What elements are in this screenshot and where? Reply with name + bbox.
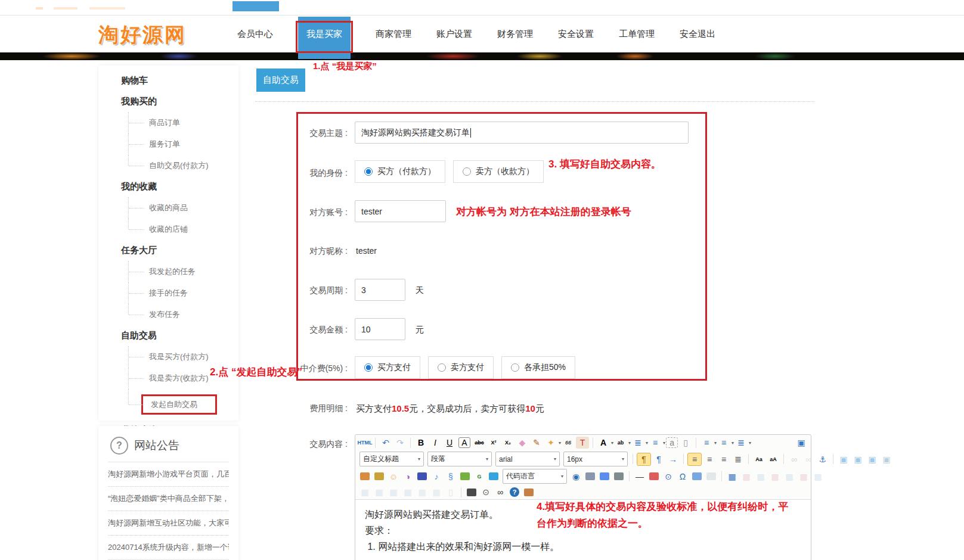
sidebar-item[interactable]: 发起自助交易: [98, 389, 238, 420]
format-brush-icon[interactable]: ✎: [530, 437, 543, 449]
insert-table-icon[interactable]: ▦: [726, 471, 739, 483]
font-box-icon[interactable]: A: [458, 437, 470, 448]
paragraph-space-icon[interactable]: ≡: [717, 437, 730, 449]
highlight-color-icon[interactable]: ab: [614, 437, 627, 449]
nav-item-4[interactable]: 账户设置: [436, 29, 472, 40]
account-input[interactable]: tester: [355, 200, 446, 222]
announcement-item-2[interactable]: “泡妞恋爱婚姻”类中商品全部下架，...: [108, 487, 229, 511]
nav-item-2[interactable]: 我是买家: [298, 17, 351, 59]
rtl-paragraph-icon[interactable]: ¶: [652, 453, 665, 465]
paint-icon[interactable]: ◑: [401, 471, 414, 483]
align-center-icon[interactable]: ≡: [703, 453, 716, 465]
site-logo[interactable]: 淘好源网: [98, 21, 187, 49]
sidebar-section-4[interactable]: 任务大厅: [98, 240, 238, 261]
sidebar-item[interactable]: 商品订单: [98, 112, 238, 133]
code-language-select[interactable]: 代码语言▾: [503, 469, 567, 484]
fullscreen-icon[interactable]: ▣: [795, 437, 808, 449]
search-icon[interactable]: ∞: [494, 486, 507, 498]
heading-select[interactable]: 自定义标题▾: [359, 452, 424, 466]
blockquote-icon[interactable]: 66: [562, 437, 575, 449]
image-align-none-icon[interactable]: ▣: [880, 453, 893, 465]
identity-option-1[interactable]: 买方（付款方）: [355, 160, 445, 183]
sidebar-item[interactable]: 我发起的任务: [98, 261, 238, 282]
ltr-paragraph-icon[interactable]: ¶: [637, 453, 651, 466]
help-icon[interactable]: ?: [510, 487, 519, 497]
superscript-icon[interactable]: X²: [487, 437, 500, 449]
align-justify-icon[interactable]: ≣: [731, 453, 745, 465]
sidebar-section-1[interactable]: 购物车: [98, 70, 238, 91]
source-icon[interactable]: HTML: [358, 437, 371, 449]
list-space-icon[interactable]: ≣: [734, 437, 748, 449]
identity-option-2[interactable]: 卖方（收款方）: [453, 160, 544, 183]
special-char-icon[interactable]: Ω: [676, 471, 689, 483]
sidebar-item[interactable]: 自助交易(付款方): [98, 155, 238, 176]
sidebar-item[interactable]: 服务订单: [98, 133, 238, 155]
sidebar-item[interactable]: 接手的任务: [98, 282, 238, 304]
paragraph-select[interactable]: 段落▾: [427, 452, 492, 466]
italic-icon[interactable]: I: [429, 437, 442, 449]
line-height-icon[interactable]: ≡: [700, 437, 713, 449]
subject-input[interactable]: 淘好源网站购买搭建交易订单: [355, 122, 689, 144]
print-icon[interactable]: [467, 489, 476, 496]
html-convert-icon[interactable]: [614, 472, 624, 480]
preview-icon[interactable]: ⊙: [479, 486, 492, 498]
fee-option-1[interactable]: 买方支付: [355, 356, 420, 379]
page-break-icon[interactable]: [585, 472, 595, 480]
amount-input[interactable]: 10: [355, 318, 405, 340]
sidebar-section-5[interactable]: 自助交易: [98, 325, 238, 346]
emoticon-icon[interactable]: ☺: [387, 471, 400, 483]
fee-option-3[interactable]: 各承担50%: [501, 356, 575, 379]
indent-icon[interactable]: →: [667, 453, 680, 465]
nav-item-8[interactable]: 安全退出: [680, 29, 715, 40]
self-trade-tab-button[interactable]: 自助交易: [256, 69, 305, 92]
font-color-icon[interactable]: A: [597, 437, 610, 449]
sidebar-item[interactable]: 我是买方(付款方): [98, 346, 238, 368]
align-left-icon[interactable]: ≡: [687, 453, 702, 466]
clipboard-icon[interactable]: [524, 489, 534, 496]
new-document-icon[interactable]: ▯: [679, 437, 692, 449]
music-icon[interactable]: ♪: [430, 471, 443, 483]
underline-icon[interactable]: U: [443, 437, 456, 449]
fee-option-2[interactable]: 卖方支付: [428, 356, 494, 379]
nav-item-3[interactable]: 商家管理: [376, 29, 411, 40]
horizontal-rule-icon[interactable]: —: [633, 471, 646, 483]
image-align-right-icon[interactable]: ▣: [866, 453, 879, 465]
layout-icon[interactable]: [600, 472, 609, 480]
media-icon[interactable]: [489, 472, 498, 480]
anchor-text-icon[interactable]: a: [666, 437, 678, 448]
unordered-list-icon[interactable]: ≡: [649, 437, 662, 449]
clock-icon[interactable]: ⊙: [662, 471, 675, 483]
sidebar-item[interactable]: 收藏的商品: [98, 197, 238, 219]
nav-item-5[interactable]: 财务管理: [497, 29, 533, 40]
ordered-list-icon[interactable]: ≣: [631, 437, 644, 449]
uppercase-icon[interactable]: Aa: [752, 453, 765, 465]
redo-icon[interactable]: ↷: [393, 437, 407, 449]
subscript-icon[interactable]: X₂: [501, 437, 514, 449]
quick-format-icon[interactable]: ✦: [544, 437, 557, 449]
strikethrough-icon[interactable]: abc: [473, 437, 486, 449]
lowercase-icon[interactable]: aA: [767, 453, 780, 465]
nav-item-6[interactable]: 安全设置: [558, 29, 594, 40]
period-input[interactable]: 3: [355, 279, 405, 301]
sidebar-section-3[interactable]: 我的收藏: [98, 176, 238, 197]
sidebar-item[interactable]: 发布任务: [98, 304, 238, 325]
flash-icon[interactable]: [460, 472, 470, 480]
map-icon[interactable]: G: [473, 471, 486, 483]
align-right-icon[interactable]: ≡: [717, 453, 730, 465]
video-icon[interactable]: [417, 472, 427, 480]
bold-icon[interactable]: B: [414, 437, 427, 449]
anchor-icon[interactable]: ⚓: [816, 453, 829, 465]
upload-image-icon[interactable]: [374, 472, 384, 480]
eraser-icon[interactable]: ◆: [516, 437, 529, 449]
sidebar-item[interactable]: 收藏的店铺: [98, 219, 238, 240]
font-size-select[interactable]: 16px▾: [563, 452, 628, 466]
image-align-center-icon[interactable]: ▣: [851, 453, 864, 465]
insert-image-icon[interactable]: [360, 472, 370, 480]
announcement-item-1[interactable]: 淘好源网新增小游戏平台页面，几百种...: [108, 462, 229, 487]
nav-item-1[interactable]: 会员中心: [237, 29, 273, 40]
nav-item-7[interactable]: 工单管理: [619, 29, 655, 40]
announcement-item-3[interactable]: 淘好源网新增互动社区功能，大家可以...: [108, 511, 229, 536]
image-align-left-icon[interactable]: ▣: [837, 453, 850, 465]
font-family-select[interactable]: arial▾: [495, 452, 560, 466]
undo-icon[interactable]: ↶: [379, 437, 392, 449]
